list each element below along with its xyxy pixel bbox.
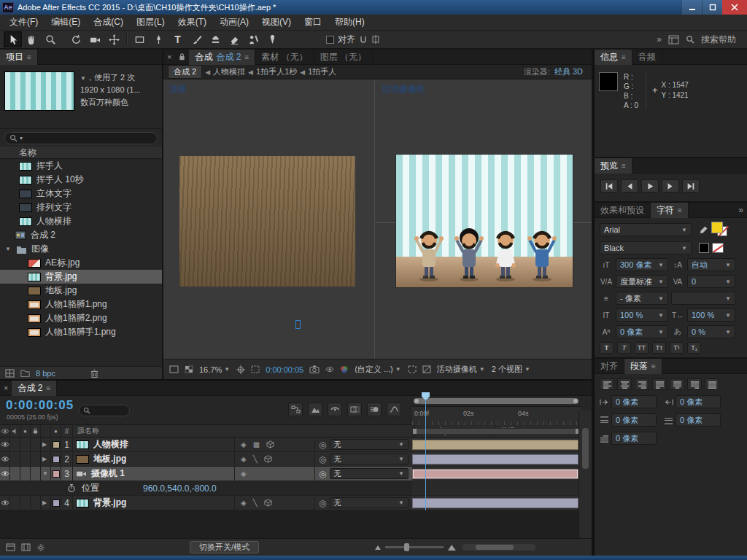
stroke-style-select[interactable]: ▼ <box>671 292 735 305</box>
solo-toggle[interactable] <box>20 438 31 452</box>
project-item[interactable]: 人物1胳膊2.png <box>0 311 162 325</box>
panel-menu-icon[interactable]: ≡ <box>27 53 31 61</box>
pen-tool[interactable] <box>150 31 168 47</box>
hand-tool[interactable] <box>23 31 41 47</box>
type-tool[interactable]: T <box>169 31 187 47</box>
label-color-chip[interactable] <box>51 467 61 481</box>
label-column-icon[interactable]: ● <box>51 425 61 438</box>
frame-blending-icon[interactable] <box>347 402 362 416</box>
snap-option-icon[interactable] <box>359 35 368 44</box>
view-top[interactable]: 顶部 <box>163 79 375 359</box>
layer-switches[interactable]: ◈╲ <box>235 496 315 510</box>
parent-select[interactable]: 无▼ <box>330 468 409 479</box>
twirl-open-icon[interactable]: ▼ <box>41 467 51 481</box>
layer-name[interactable]: 摄像机 1 <box>73 467 235 481</box>
label-color-chip[interactable] <box>51 438 61 452</box>
horizontal-scale-select[interactable]: 100 %▼ <box>687 308 735 322</box>
solo-toggle[interactable] <box>20 452 31 467</box>
menu-composition[interactable]: 合成(C) <box>87 16 130 28</box>
font-size-select[interactable]: 300 像素▼ <box>616 258 668 271</box>
play-button[interactable] <box>641 179 659 192</box>
solo-toggle[interactable] <box>20 496 31 510</box>
kerning-select[interactable]: 度量标准▼ <box>616 275 668 288</box>
previous-frame-button[interactable] <box>621 179 638 192</box>
project-bit-depth[interactable]: 8 bpc <box>36 369 55 378</box>
zoom-tool[interactable] <box>42 31 60 47</box>
lock-toggle[interactable] <box>31 452 41 467</box>
layer-name[interactable]: 人物横排 <box>73 438 235 452</box>
parent-control[interactable]: ◎无▼ <box>315 452 412 467</box>
puppet-pin-tool[interactable] <box>263 31 282 47</box>
breadcrumb-item[interactable]: 合成 2 <box>168 65 202 79</box>
eye-toggle[interactable] <box>0 452 10 467</box>
layer-duration-bar[interactable] <box>412 440 578 450</box>
lock-column-icon[interactable] <box>31 425 41 438</box>
solo-toggle[interactable] <box>20 467 31 481</box>
parent-control[interactable]: ◎无▼ <box>315 496 412 510</box>
project-folder[interactable]: ▼图像 <box>0 242 162 256</box>
menu-layer[interactable]: 图层(L) <box>130 16 171 28</box>
project-search-input[interactable]: ▾ <box>4 132 158 144</box>
property-value[interactable]: 960.0,540.0,-800.0 <box>143 483 217 494</box>
wood-floor-image[interactable] <box>179 156 355 287</box>
tab-layer[interactable]: 图层 （无） <box>314 50 373 65</box>
time-ruler[interactable]: 0:00f 02s 04s <box>412 396 580 425</box>
twirl-open-icon[interactable]: ▼ <box>5 246 12 252</box>
close-button[interactable] <box>722 0 747 15</box>
roto-brush-tool[interactable] <box>244 31 263 47</box>
project-item[interactable]: 挥手人 10秒 <box>0 173 162 187</box>
tab-paragraph[interactable]: 段落≡ <box>624 359 662 374</box>
label-color-chip[interactable] <box>51 496 61 510</box>
parent-control[interactable]: ◎无▼ <box>315 467 412 481</box>
layer-track[interactable] <box>412 496 580 510</box>
first-frame-button[interactable] <box>600 179 618 192</box>
menu-animation[interactable]: 动画(A) <box>213 16 255 28</box>
justify-last-left-button[interactable] <box>652 378 667 390</box>
new-folder-icon[interactable] <box>20 369 30 377</box>
parent-control[interactable]: ◎无▼ <box>315 438 412 452</box>
lock-icon[interactable] <box>175 52 189 61</box>
minimize-button[interactable] <box>681 0 702 15</box>
timeline-search-input[interactable] <box>79 405 130 416</box>
panel-menu-icon[interactable]: ≡ <box>678 206 682 214</box>
layer-row[interactable]: ▶ 1 人物横排 ◈▦ ◎无▼ <box>0 438 592 452</box>
scrollbar-thumb[interactable] <box>476 545 514 550</box>
align-center-button[interactable] <box>617 378 632 390</box>
timeline-zoom-slider[interactable] <box>374 543 457 551</box>
layer-track[interactable] <box>412 438 580 452</box>
panel-close-icon[interactable]: × <box>0 384 12 392</box>
current-time-display[interactable]: 0:00:00:05 <box>266 365 303 374</box>
tab-align[interactable]: 对齐 <box>595 359 624 374</box>
project-item[interactable]: 人物1胳膊1.png <box>0 298 162 311</box>
eye-column-icon[interactable] <box>0 425 10 438</box>
project-column-header[interactable]: 名称 <box>0 147 162 159</box>
breadcrumb-item[interactable]: 1拍手人 <box>308 66 336 77</box>
tab-character[interactable]: 字符≡ <box>651 203 689 218</box>
zoom-out-mountain-icon[interactable] <box>374 544 382 551</box>
zoom-track[interactable] <box>385 546 444 548</box>
tab-composition[interactable]: 合成 合成 2 ≡ <box>189 50 255 65</box>
active-camera-select[interactable]: 活动摄像机▼ <box>437 364 486 375</box>
eye-toggle[interactable] <box>0 438 10 452</box>
mask-visibility-icon[interactable] <box>251 365 260 373</box>
layer-row-selected[interactable]: ▼ 3 摄像机 1 ◈ ◎无▼ <box>0 467 592 481</box>
graph-editor-icon[interactable] <box>387 402 401 416</box>
rectangle-tool[interactable] <box>131 31 149 47</box>
audio-column-icon[interactable] <box>10 425 20 438</box>
eraser-tool[interactable] <box>225 31 244 47</box>
eye-toggle[interactable] <box>0 467 10 481</box>
stroke-width-select[interactable]: - 像素▼ <box>616 292 668 305</box>
expand-layers-icon[interactable] <box>6 543 15 551</box>
parent-select[interactable]: 无▼ <box>330 497 409 508</box>
timeline-current-time[interactable]: 0:00:00:05 <box>6 398 74 413</box>
twirl-closed-icon[interactable]: ▶ <box>41 452 51 467</box>
snapshot-icon[interactable] <box>309 365 320 373</box>
source-name-column[interactable]: 源名称 <box>73 425 414 438</box>
panel-overflow-icon[interactable]: » <box>738 205 747 215</box>
indent-right-field[interactable]: 0 像素 <box>664 395 721 408</box>
resolution-select[interactable]: (自定义 ...)▼ <box>355 364 402 375</box>
project-item[interactable]: 排列文字 <box>0 201 162 214</box>
faux-italic-button[interactable]: T <box>617 342 631 354</box>
audio-toggle[interactable] <box>10 467 20 481</box>
search-options-icon[interactable]: ▾ <box>20 135 26 141</box>
